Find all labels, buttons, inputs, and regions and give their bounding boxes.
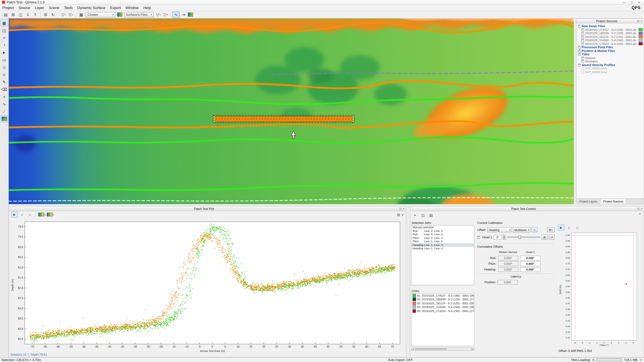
plot-close-icon[interactable]	[403, 207, 404, 210]
cluster-grid-icon[interactable]: ▦	[78, 11, 85, 18]
surface-files-select[interactable]: Surface's Files	[124, 12, 154, 17]
polygon-select-icon[interactable]: ◇	[0, 64, 8, 71]
rms-home-icon[interactable]: ⌂	[574, 225, 580, 231]
tree-checkbox[interactable]	[578, 46, 580, 49]
slice-tool-icon[interactable]: ∿	[172, 11, 180, 18]
reprocess-icon[interactable]: ↻	[49, 11, 57, 18]
plot-cursor-icon[interactable]: ►	[11, 212, 18, 218]
map-dock-splitter[interactable]	[574, 18, 576, 204]
new-project-icon[interactable]: ▤	[2, 11, 10, 18]
filter-sort-icon[interactable]: ▽▾	[60, 11, 67, 18]
motion-sensor-field[interactable]: 0.000°	[498, 256, 518, 260]
tree-checkbox[interactable]	[578, 64, 580, 66]
save-project-icon[interactable]: ◫	[17, 11, 24, 18]
tree-checkbox[interactable]	[581, 67, 584, 70]
tree-checkbox[interactable]	[581, 35, 584, 38]
tree-checkbox[interactable]	[581, 32, 584, 35]
horizontal-splitter[interactable]	[9, 204, 644, 206]
tree-checkbox[interactable]	[578, 25, 580, 28]
selection-set-row[interactable]: HeadingLine: 1, Line: 4	[412, 247, 474, 250]
tree-checkbox[interactable]	[578, 50, 580, 52]
menu-item-scene[interactable]: Scene	[46, 6, 62, 10]
swath-view-icon[interactable]: ◫	[0, 27, 8, 34]
selection-set-row[interactable]: HeadingLine: 1, Line: 3	[412, 243, 474, 247]
undo-icon[interactable]: ↺	[549, 235, 554, 240]
head1-field[interactable]: 0.000°	[520, 261, 540, 266]
rms-zoom-icon[interactable]: ⌕	[566, 225, 572, 231]
plot-colormap-button[interactable]	[38, 213, 46, 217]
tree-row[interactable]: 20191025_180039 - S-2 (120) - 0001.db	[576, 31, 644, 35]
line-row[interactable]: 05: 20191025_173524 - S-4 (240) - 0001 (…	[412, 309, 474, 313]
cursor-select-icon[interactable]: ►	[0, 49, 8, 56]
profile-tool-icon[interactable]: ∿	[0, 100, 8, 108]
plot-chevron-icon[interactable]	[401, 213, 404, 216]
rect-select-icon[interactable]: ▭	[0, 56, 8, 63]
sonar-select[interactable]: Multibeam	[513, 227, 530, 232]
tree-row[interactable]: 20191025_174537 - S-3 (180) - 0001.db	[576, 28, 644, 31]
tab-project-layers[interactable]: Project Layers	[576, 199, 600, 204]
menu-item-source[interactable]: Source	[16, 6, 33, 10]
tree-row[interactable]: Tides	[576, 53, 644, 56]
window-close-button[interactable]: ×	[638, 0, 640, 4]
colormap-icon[interactable]	[188, 12, 193, 17]
line-row[interactable]: 03: 20191025_181124 - S-2 (120) - 0001 (…	[412, 301, 474, 305]
offset-type-select[interactable]: Heading	[488, 227, 512, 232]
menu-item-help[interactable]: Help	[141, 6, 153, 10]
snap-icon[interactable]: ⌗	[0, 34, 8, 41]
rms-plot-frame[interactable]	[571, 233, 637, 341]
control-float-icon[interactable]	[637, 207, 640, 210]
head1-checkbox[interactable]	[477, 236, 480, 239]
angle-spinner[interactable]: ▴▾	[503, 235, 506, 240]
tree-row[interactable]: Sound Velocity Profiles	[576, 63, 644, 67]
surface-colormap-icon[interactable]	[0, 115, 8, 122]
motion-sensor-field[interactable]: 0.000°	[498, 267, 518, 272]
selection-set-row[interactable]: RollLine: 4, Line: 5	[412, 233, 474, 236]
lasso-select-icon[interactable]: ⊂	[0, 71, 8, 78]
tree-row[interactable]: SVP_00001.bsvp	[576, 67, 644, 70]
tree-checkbox[interactable]	[581, 28, 584, 31]
tree-row[interactable]: Stations	[576, 56, 644, 60]
erase-icon[interactable]: ⌫	[0, 86, 8, 93]
surface-swatch-icon[interactable]	[117, 12, 122, 17]
menu-item-layer[interactable]: Layer	[32, 6, 46, 10]
export-data-icon[interactable]: ⇑	[32, 11, 39, 18]
scroll-track[interactable]	[414, 348, 471, 350]
report-icon[interactable]: ▤	[428, 212, 434, 218]
plot-float-icon[interactable]	[399, 207, 402, 210]
motion-sensor-field[interactable]: 0.000°	[498, 261, 518, 266]
tree-row[interactable]: 20191025_181124 - S-2 (120) - 0001.db	[576, 35, 644, 38]
map-viewport[interactable]	[9, 18, 574, 204]
menu-item-export[interactable]: Export	[108, 6, 123, 10]
line-row[interactable]: 01: 20191025_174537 - S-3 (180) - 0001 (…	[412, 294, 474, 298]
tab-project-sources[interactable]: Project Sources	[600, 199, 626, 204]
lines-list[interactable]: 01: 20191025_174537 - S-3 (180) - 0001 (…	[411, 293, 474, 346]
selection-set-row[interactable]: Manual selection	[412, 226, 474, 229]
menu-item-tools[interactable]: Tools	[62, 6, 75, 10]
pick-point-icon[interactable]: +	[0, 93, 8, 100]
menu-item-window[interactable]: Window	[123, 6, 141, 10]
filter-lines-icon[interactable]: ▽▾	[162, 11, 170, 18]
tree-checkbox[interactable]	[581, 71, 584, 73]
tree-row[interactable]: Raw Sonar Files	[576, 24, 644, 28]
tree-checkbox[interactable]	[581, 42, 584, 45]
control-close-icon[interactable]	[641, 207, 642, 210]
open-project-icon[interactable]: ⊞	[10, 11, 17, 18]
memory-plus-button[interactable]: M+	[547, 227, 554, 232]
tree-row[interactable]: SVP_00002.bsvp	[576, 70, 644, 74]
selection-sets-list[interactable]: Manual selectionRollLine: 2, Line: 3Roll…	[411, 225, 474, 285]
cluster-select[interactable]: Cluster	[86, 12, 116, 17]
save-selection-icon[interactable]: ◫	[420, 212, 426, 218]
plot-home-icon[interactable]: ⌂	[26, 212, 33, 218]
line-row[interactable]: 02: 20191025_180039 - S-2 (120) - 0001 (…	[412, 298, 474, 301]
scroll-thumb[interactable]	[415, 348, 447, 350]
selection-set-row[interactable]: RollLine: 2, Line: 3	[412, 229, 474, 233]
selection-set-row[interactable]: PitchLine: 2, Line: 3	[412, 236, 474, 240]
edit-area-icon[interactable]: ✎	[0, 78, 8, 85]
measure-tool-icon[interactable]: ∕	[0, 108, 8, 115]
tree-checkbox[interactable]	[581, 60, 584, 63]
bottom-splitter[interactable]	[406, 206, 410, 357]
rms-cursor-icon[interactable]: ►	[558, 225, 564, 231]
head1-field[interactable]: 0.000°	[520, 256, 540, 260]
tree-checkbox[interactable]	[581, 39, 584, 42]
filter-surfaces-icon[interactable]: ▽▾	[155, 11, 162, 18]
